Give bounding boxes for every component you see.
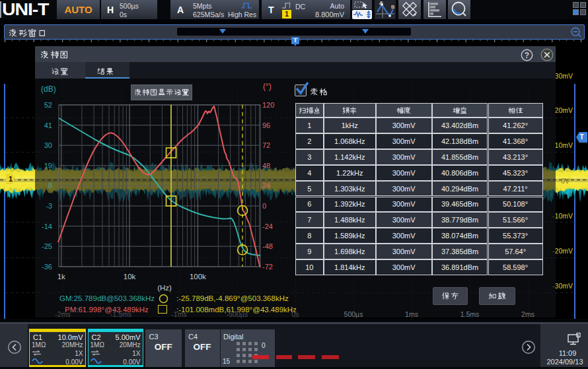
svg-text:?: ? bbox=[525, 51, 529, 60]
